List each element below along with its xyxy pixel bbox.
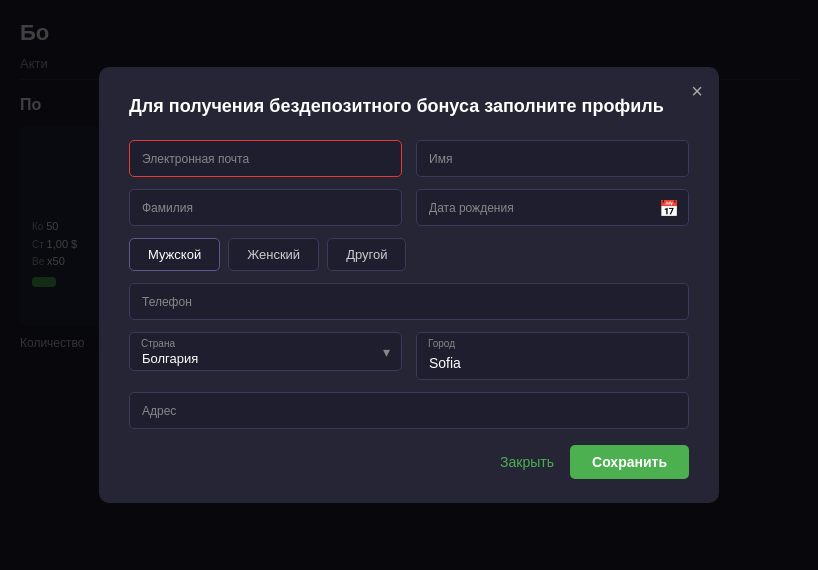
email-input[interactable]: [129, 140, 402, 177]
modal-dialog: × Для получения бездепозитного бонуса за…: [99, 67, 719, 503]
gender-female-button[interactable]: Женский: [228, 238, 319, 271]
footer-save-button[interactable]: Сохранить: [570, 445, 689, 479]
form-row-phone: [129, 283, 689, 320]
birthdate-wrapper: 📅: [416, 189, 689, 226]
country-select[interactable]: Болгария: [129, 332, 402, 371]
modal-close-button[interactable]: ×: [691, 81, 703, 101]
phone-col: [129, 283, 689, 320]
surname-col: [129, 189, 402, 226]
birthdate-col: 📅: [416, 189, 689, 226]
country-col: Страна Болгария ▾: [129, 332, 402, 380]
form-row-location: Страна Болгария ▾ Город: [129, 332, 689, 380]
calendar-icon: 📅: [659, 198, 679, 217]
gender-male-button[interactable]: Мужской: [129, 238, 220, 271]
gender-group: Мужской Женский Другой: [129, 238, 689, 271]
birthdate-input[interactable]: [416, 189, 689, 226]
name-col: [416, 140, 689, 177]
modal-title: Для получения бездепозитного бонуса запо…: [129, 95, 689, 118]
city-field-wrapper: Город: [416, 332, 689, 380]
surname-input[interactable]: [129, 189, 402, 226]
phone-input[interactable]: [129, 283, 689, 320]
form-row-1: [129, 140, 689, 177]
gender-other-button[interactable]: Другой: [327, 238, 406, 271]
modal-footer: Закрыть Сохранить: [129, 445, 689, 479]
modal-overlay: × Для получения бездепозитного бонуса за…: [0, 0, 818, 570]
city-col: Город: [416, 332, 689, 380]
address-input[interactable]: [129, 392, 689, 429]
footer-close-button[interactable]: Закрыть: [500, 454, 554, 470]
form-row-2: 📅: [129, 189, 689, 226]
name-input[interactable]: [416, 140, 689, 177]
form-row-address: [129, 392, 689, 429]
country-select-wrapper: Страна Болгария ▾: [129, 332, 402, 371]
email-col: [129, 140, 402, 177]
city-input[interactable]: [416, 332, 689, 380]
address-col: [129, 392, 689, 429]
